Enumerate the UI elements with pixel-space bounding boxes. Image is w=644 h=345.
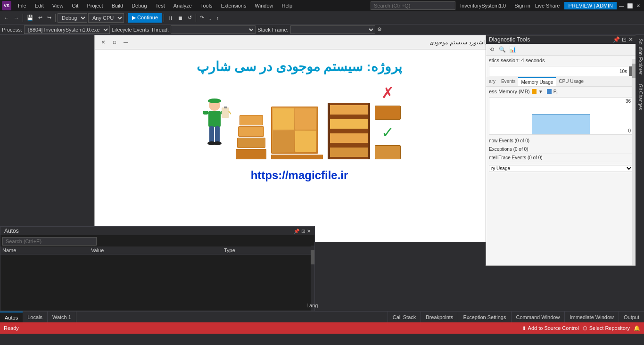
settings-icon[interactable]: ⚙ [377, 26, 382, 33]
solution-explorer-tab[interactable]: Solution Explorer [636, 35, 644, 78]
redo-button[interactable]: ↪ [45, 14, 53, 22]
notification-icon[interactable]: 🔔 [634, 325, 640, 331]
diag-tab-memory[interactable]: Memory Usage [518, 77, 556, 86]
autos-body [0, 255, 314, 311]
back-button[interactable]: ← [2, 14, 11, 22]
menu-extensions[interactable]: Extensions [217, 2, 250, 9]
svg-rect-4 [203, 111, 208, 115]
save-button[interactable]: 💾 [25, 14, 35, 22]
debug-config-dropdown[interactable]: Debug [58, 13, 87, 23]
diag-memory-header: ess Memory (MB) ▼ P.. [486, 87, 636, 96]
menu-analyze[interactable]: Analyze [170, 2, 196, 9]
thread-dropdown[interactable] [171, 25, 256, 34]
diag-tab-cpu[interactable]: CPU Usage [556, 77, 586, 86]
menu-help[interactable]: Help [278, 2, 297, 9]
repo-icon: ⬡ [583, 325, 587, 331]
close-button[interactable]: ✕ [635, 2, 642, 9]
search-input[interactable] [371, 1, 455, 10]
menu-debug[interactable]: Debug [128, 2, 150, 9]
menu-test[interactable]: Test [152, 2, 169, 9]
tab-locals[interactable]: Locals [23, 312, 48, 322]
menu-file[interactable]: File [14, 2, 30, 9]
tab-output[interactable]: Output [619, 312, 644, 322]
autos-panel-header: Autos 📌 ⊡ ✕ [0, 227, 314, 235]
menu-build[interactable]: Build [108, 2, 127, 9]
autos-scrollbar[interactable] [311, 246, 314, 311]
menu-project[interactable]: Project [83, 2, 107, 9]
autos-scroll-thumb [311, 250, 314, 264]
restore-button[interactable]: ⬜ [626, 2, 634, 9]
diag-float-button[interactable]: ⊡ [622, 36, 627, 43]
autos-close-button[interactable]: ✕ [307, 229, 311, 234]
diag-chart-area: 36 0 [489, 97, 633, 135]
tab-immediate-window[interactable]: Immediate Window [564, 312, 619, 322]
diag-header: Diagnostic Tools 📌 ⊡ ✕ [486, 35, 636, 44]
x-mark: ✗ [381, 84, 394, 102]
menu-edit[interactable]: Edit [31, 2, 48, 9]
diag-tb-btn-1[interactable]: ⟲ [487, 45, 496, 54]
lifecycle-events-button[interactable]: Lifecycle Events [112, 27, 149, 33]
menu-view[interactable]: View [49, 2, 67, 9]
tab-autos[interactable]: Autos [0, 312, 23, 322]
minimize-button[interactable]: — [618, 2, 625, 9]
app-content: پروژه: سیستم موجودی در سی شارپ [95, 49, 504, 242]
select-repository-button[interactable]: ⬡ Select Repository [583, 325, 630, 331]
process-dropdown[interactable]: [8804] InventorySystem1.0.exe [24, 25, 110, 34]
diag-pin-button[interactable]: 📌 [613, 36, 620, 43]
legend-p-color [547, 89, 552, 94]
process-label: Process: [2, 27, 22, 33]
stack-frame-dropdown[interactable] [290, 25, 375, 34]
continue-button[interactable]: ▶ Continue [128, 13, 162, 23]
shelf-unit [328, 103, 370, 159]
solution-explorer-sidebar: Solution Explorer Git Changes [636, 35, 644, 311]
tab-breakpoints[interactable]: Breakpoints [421, 312, 458, 322]
diag-events-list: now Events (0 of 0) Exceptions (0 of 0) … [486, 136, 636, 163]
menu-git[interactable]: Git [68, 2, 82, 9]
step-into-button[interactable]: ↓ [207, 14, 214, 22]
app-minimize-button[interactable]: — [121, 38, 131, 47]
autos-float-button[interactable]: ⊡ [301, 229, 305, 234]
tab-watch1[interactable]: Watch 1 [48, 312, 76, 322]
live-share-button[interactable]: Live Share [535, 3, 560, 8]
sign-in-button[interactable]: Sign in [514, 3, 530, 8]
menu-tools[interactable]: Tools [197, 2, 216, 9]
diag-close-button[interactable]: ✕ [628, 36, 633, 43]
tab-exception-settings[interactable]: Exception Settings [458, 312, 511, 322]
preview-admin-button[interactable]: PREVIEW | ADMIN [564, 2, 617, 9]
tab-command-window[interactable]: Command Window [511, 312, 565, 322]
autos-search-input[interactable] [2, 237, 97, 246]
stacked-boxes-1 [236, 115, 266, 159]
add-to-source-control-button[interactable]: ⬆ Add to Source Control [522, 325, 579, 331]
step-out-button[interactable]: ↑ [215, 14, 221, 22]
diag-tb-btn-2[interactable]: 🔍 [497, 45, 507, 54]
diag-event-3: ntelliTrace Events (0 of 0) [489, 154, 633, 162]
pause-button[interactable]: ⏸ [166, 14, 175, 22]
restart-button[interactable]: ↺ [186, 14, 194, 22]
step-over-button[interactable]: ↷ [198, 14, 206, 22]
stop-button[interactable]: ⏹ [176, 14, 185, 22]
app-title: InventorySystem1.0 [460, 3, 506, 8]
autos-header-buttons: 📌 ⊡ ✕ [294, 229, 311, 234]
upload-icon: ⬆ [522, 325, 526, 331]
undo-button[interactable]: ↩ [36, 14, 44, 22]
app-illustrations: ✗ ✓ [198, 84, 401, 159]
status-marks: ✗ ✓ [375, 84, 401, 159]
forward-button[interactable]: → [12, 14, 21, 22]
svg-rect-6 [222, 107, 229, 118]
diag-tab-summary[interactable]: ary [486, 77, 498, 86]
diag-tab-events[interactable]: Events [498, 77, 519, 86]
cpu-config-dropdown[interactable]: Any CPU [88, 13, 124, 23]
small-box-2 [375, 145, 401, 159]
tab-call-stack[interactable]: Call Stack [388, 312, 421, 322]
menu-bar: VS File Edit View Git Project Build Debu… [0, 0, 644, 11]
git-changes-tab[interactable]: Git Changes [636, 80, 644, 114]
app-maximize-button[interactable]: □ [110, 38, 119, 47]
diag-tb-btn-3[interactable]: 📊 [508, 45, 517, 54]
autos-pin-button[interactable]: 📌 [294, 229, 299, 234]
diag-memory-dropdown[interactable]: ry Usage [489, 165, 633, 172]
menu-window[interactable]: Window [251, 2, 277, 9]
diag-timeline-label: 10s [619, 69, 627, 74]
svg-rect-2 [212, 99, 217, 102]
app-main-title: پروژه: سیستم موجودی در سی شارپ [197, 59, 402, 74]
app-close-button[interactable]: ✕ [99, 38, 108, 47]
